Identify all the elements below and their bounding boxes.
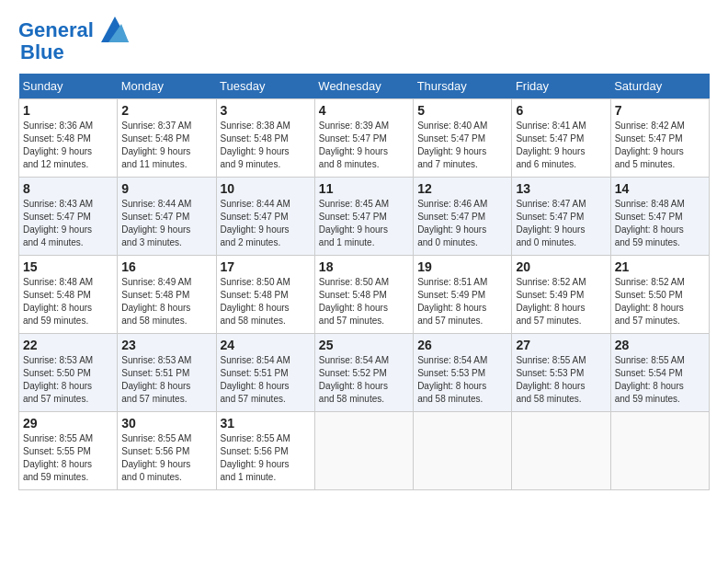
logo-icon <box>101 17 129 42</box>
logo: General Blue <box>18 18 127 64</box>
day-info: Sunrise: 8:51 AM Sunset: 5:49 PM Dayligh… <box>417 276 507 327</box>
calendar-day: 2Sunrise: 8:37 AM Sunset: 5:48 PM Daylig… <box>118 99 216 178</box>
calendar-day: 7Sunrise: 8:42 AM Sunset: 5:47 PM Daylig… <box>610 99 709 178</box>
calendar-row: 1Sunrise: 8:36 AM Sunset: 5:48 PM Daylig… <box>19 99 710 178</box>
day-info: Sunrise: 8:37 AM Sunset: 5:48 PM Dayligh… <box>121 120 211 171</box>
day-info: Sunrise: 8:53 AM Sunset: 5:50 PM Dayligh… <box>23 354 113 406</box>
day-info: Sunrise: 8:53 AM Sunset: 5:51 PM Dayligh… <box>121 354 211 406</box>
day-number: 13 <box>516 181 606 196</box>
day-number: 1 <box>23 103 113 118</box>
calendar-day: 4Sunrise: 8:39 AM Sunset: 5:47 PM Daylig… <box>314 99 413 178</box>
day-info: Sunrise: 8:48 AM Sunset: 5:47 PM Dayligh… <box>615 198 705 249</box>
calendar-day: 1Sunrise: 8:36 AM Sunset: 5:48 PM Daylig… <box>19 99 118 178</box>
day-info: Sunrise: 8:55 AM Sunset: 5:56 PM Dayligh… <box>121 432 211 484</box>
day-number: 4 <box>319 103 409 118</box>
day-info: Sunrise: 8:45 AM Sunset: 5:47 PM Dayligh… <box>319 198 409 249</box>
day-info: Sunrise: 8:50 AM Sunset: 5:48 PM Dayligh… <box>221 276 311 327</box>
day-number: 5 <box>417 103 507 118</box>
calendar-day: 21Sunrise: 8:52 AM Sunset: 5:50 PM Dayli… <box>610 256 709 334</box>
empty-cell <box>314 412 413 490</box>
weekday-header-tuesday: Tuesday <box>216 74 314 99</box>
calendar-day: 20Sunrise: 8:52 AM Sunset: 5:49 PM Dayli… <box>512 256 610 334</box>
weekday-header-row: SundayMondayTuesdayWednesdayThursdayFrid… <box>19 74 710 99</box>
day-number: 21 <box>615 259 705 274</box>
day-info: Sunrise: 8:46 AM Sunset: 5:47 PM Dayligh… <box>417 198 507 249</box>
calendar-day: 26Sunrise: 8:54 AM Sunset: 5:53 PM Dayli… <box>414 334 512 412</box>
day-number: 10 <box>221 181 311 196</box>
day-info: Sunrise: 8:52 AM Sunset: 5:49 PM Dayligh… <box>516 276 606 327</box>
day-number: 24 <box>221 338 311 352</box>
day-number: 26 <box>417 338 507 352</box>
weekday-header-saturday: Saturday <box>610 74 709 99</box>
day-number: 22 <box>23 338 113 352</box>
calendar-day: 27Sunrise: 8:55 AM Sunset: 5:53 PM Dayli… <box>512 334 610 412</box>
calendar-day: 28Sunrise: 8:55 AM Sunset: 5:54 PM Dayli… <box>610 334 709 412</box>
day-info: Sunrise: 8:36 AM Sunset: 5:48 PM Dayligh… <box>23 120 113 171</box>
calendar-day: 19Sunrise: 8:51 AM Sunset: 5:49 PM Dayli… <box>414 256 512 334</box>
calendar-day: 5Sunrise: 8:40 AM Sunset: 5:47 PM Daylig… <box>414 99 512 178</box>
calendar-day: 10Sunrise: 8:44 AM Sunset: 5:47 PM Dayli… <box>216 178 314 256</box>
day-info: Sunrise: 8:42 AM Sunset: 5:47 PM Dayligh… <box>615 120 705 171</box>
day-number: 23 <box>121 338 211 352</box>
day-info: Sunrise: 8:38 AM Sunset: 5:48 PM Dayligh… <box>221 120 311 171</box>
day-number: 29 <box>23 416 113 431</box>
empty-cell <box>610 412 709 490</box>
day-number: 25 <box>319 338 409 352</box>
weekday-header-thursday: Thursday <box>414 74 512 99</box>
day-info: Sunrise: 8:54 AM Sunset: 5:52 PM Dayligh… <box>319 354 409 406</box>
day-info: Sunrise: 8:55 AM Sunset: 5:56 PM Dayligh… <box>221 432 311 484</box>
day-number: 18 <box>319 259 409 274</box>
day-info: Sunrise: 8:39 AM Sunset: 5:47 PM Dayligh… <box>319 120 409 171</box>
day-info: Sunrise: 8:55 AM Sunset: 5:55 PM Dayligh… <box>23 432 113 484</box>
weekday-header-sunday: Sunday <box>19 74 118 99</box>
calendar-day: 9Sunrise: 8:44 AM Sunset: 5:47 PM Daylig… <box>118 178 216 256</box>
calendar-day: 11Sunrise: 8:45 AM Sunset: 5:47 PM Dayli… <box>314 178 413 256</box>
day-number: 30 <box>121 416 211 431</box>
day-number: 17 <box>221 259 311 274</box>
calendar-row: 22Sunrise: 8:53 AM Sunset: 5:50 PM Dayli… <box>19 334 710 412</box>
calendar-day: 24Sunrise: 8:54 AM Sunset: 5:51 PM Dayli… <box>216 334 314 412</box>
day-info: Sunrise: 8:41 AM Sunset: 5:47 PM Dayligh… <box>516 120 606 171</box>
weekday-header-wednesday: Wednesday <box>314 74 413 99</box>
day-number: 12 <box>417 181 507 196</box>
day-number: 27 <box>516 338 606 352</box>
day-number: 2 <box>121 103 211 118</box>
calendar-day: 30Sunrise: 8:55 AM Sunset: 5:56 PM Dayli… <box>118 412 216 490</box>
day-number: 6 <box>516 103 606 118</box>
calendar-day: 22Sunrise: 8:53 AM Sunset: 5:50 PM Dayli… <box>19 334 118 412</box>
day-number: 9 <box>121 181 211 196</box>
day-number: 31 <box>221 416 311 431</box>
calendar-day: 13Sunrise: 8:47 AM Sunset: 5:47 PM Dayli… <box>512 178 610 256</box>
day-number: 14 <box>615 181 705 196</box>
day-info: Sunrise: 8:52 AM Sunset: 5:50 PM Dayligh… <box>615 276 705 327</box>
day-info: Sunrise: 8:55 AM Sunset: 5:54 PM Dayligh… <box>615 354 705 406</box>
calendar-day: 3Sunrise: 8:38 AM Sunset: 5:48 PM Daylig… <box>216 99 314 178</box>
day-number: 28 <box>615 338 705 352</box>
day-info: Sunrise: 8:43 AM Sunset: 5:47 PM Dayligh… <box>23 198 113 249</box>
calendar-row: 29Sunrise: 8:55 AM Sunset: 5:55 PM Dayli… <box>19 412 710 490</box>
calendar-day: 25Sunrise: 8:54 AM Sunset: 5:52 PM Dayli… <box>314 334 413 412</box>
calendar-day: 23Sunrise: 8:53 AM Sunset: 5:51 PM Dayli… <box>118 334 216 412</box>
empty-cell <box>512 412 610 490</box>
calendar-row: 8Sunrise: 8:43 AM Sunset: 5:47 PM Daylig… <box>19 178 710 256</box>
empty-cell <box>414 412 512 490</box>
day-info: Sunrise: 8:55 AM Sunset: 5:53 PM Dayligh… <box>516 354 606 406</box>
calendar-day: 16Sunrise: 8:49 AM Sunset: 5:48 PM Dayli… <box>118 256 216 334</box>
day-number: 11 <box>319 181 409 196</box>
day-number: 20 <box>516 259 606 274</box>
day-number: 8 <box>23 181 113 196</box>
calendar-day: 6Sunrise: 8:41 AM Sunset: 5:47 PM Daylig… <box>512 99 610 178</box>
day-number: 3 <box>221 103 311 118</box>
calendar-day: 8Sunrise: 8:43 AM Sunset: 5:47 PM Daylig… <box>19 178 118 256</box>
weekday-header-monday: Monday <box>118 74 216 99</box>
calendar-day: 15Sunrise: 8:48 AM Sunset: 5:48 PM Dayli… <box>19 256 118 334</box>
day-number: 19 <box>417 259 507 274</box>
day-info: Sunrise: 8:48 AM Sunset: 5:48 PM Dayligh… <box>23 276 113 327</box>
weekday-header-friday: Friday <box>512 74 610 99</box>
calendar-row: 15Sunrise: 8:48 AM Sunset: 5:48 PM Dayli… <box>19 256 710 334</box>
day-info: Sunrise: 8:50 AM Sunset: 5:48 PM Dayligh… <box>319 276 409 327</box>
page-header: General Blue <box>18 18 710 64</box>
day-info: Sunrise: 8:54 AM Sunset: 5:51 PM Dayligh… <box>221 354 311 406</box>
day-number: 7 <box>615 103 705 118</box>
day-info: Sunrise: 8:54 AM Sunset: 5:53 PM Dayligh… <box>417 354 507 406</box>
